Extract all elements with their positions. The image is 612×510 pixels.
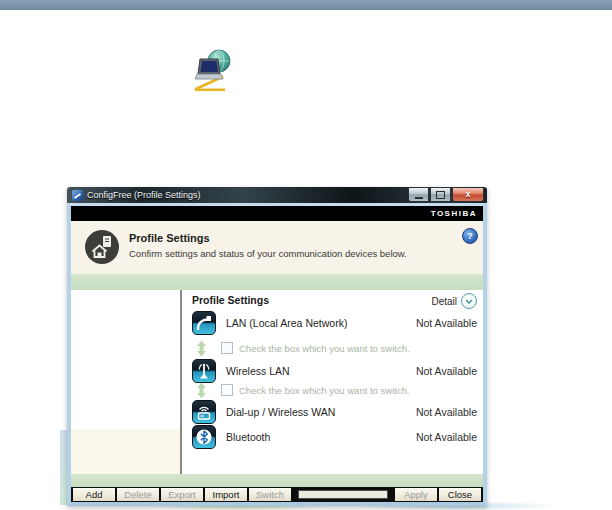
add-button[interactable]: Add xyxy=(73,488,115,501)
switch-checkbox-lan[interactable] xyxy=(221,342,233,354)
profile-settings-panel: Profile Settings Detail LAN (Local Area … xyxy=(182,290,483,474)
left-pane xyxy=(71,290,180,474)
device-label-wireless-lan: Wireless LAN xyxy=(226,365,290,377)
page-header: Profile Settings Confirm settings and st… xyxy=(71,221,483,275)
vertical-double-arrow-icon xyxy=(196,340,207,357)
wireless-lan-icon xyxy=(192,359,216,383)
minimize-button[interactable] xyxy=(408,188,429,202)
green-separator-top xyxy=(71,274,483,290)
switch-row-lan: Check the box which you want to switch. xyxy=(196,339,476,357)
green-separator-bottom xyxy=(71,474,483,487)
maximize-button[interactable] xyxy=(430,188,451,202)
header-title: Profile Settings xyxy=(129,232,210,244)
window-frame: TOSHIBA Profile Settings Confirm setting… xyxy=(67,203,487,506)
header-subtitle: Confirm settings and status of your comm… xyxy=(129,248,407,259)
device-label-bluetooth: Bluetooth xyxy=(226,431,270,443)
export-button[interactable]: Export xyxy=(161,488,203,501)
configfree-window: ConfigFree (Profile Settings) x TOSHIBA xyxy=(67,187,487,506)
minimize-dash-icon xyxy=(415,197,423,199)
switch-button[interactable]: Switch xyxy=(249,488,291,501)
switch-row-wireless-lan: Check the box which you want to switch. xyxy=(196,381,476,399)
toshiba-logo: TOSHIBA xyxy=(431,209,477,218)
switch-hint-text: Check the box which you want to switch. xyxy=(239,343,410,354)
footer-status-strip xyxy=(298,490,388,499)
bluetooth-icon xyxy=(192,425,216,449)
window-title: ConfigFree (Profile Settings) xyxy=(87,190,201,200)
window-titlebar[interactable]: ConfigFree (Profile Settings) x xyxy=(67,187,487,203)
section-title: Profile Settings xyxy=(192,294,269,306)
detail-button[interactable]: Detail xyxy=(431,293,477,309)
device-status-wireless-lan: Not Available xyxy=(416,365,477,377)
delete-button[interactable]: Delete xyxy=(117,488,159,501)
footer-button-bar: Add Delete Export Import Switch Apply Cl… xyxy=(71,487,483,502)
device-status-bluetooth: Not Available xyxy=(416,431,477,443)
device-status-lan: Not Available xyxy=(416,317,477,329)
device-label-dialup-wwan: Dial-up / Wireless WAN xyxy=(226,406,335,418)
switch-checkbox-wireless-lan[interactable] xyxy=(221,384,233,396)
dialup-wwan-icon xyxy=(192,400,216,424)
switch-hint-text: Check the box which you want to switch. xyxy=(239,385,410,396)
close-button[interactable]: x xyxy=(452,188,484,202)
left-pane-beige xyxy=(71,429,180,474)
profile-settings-icon xyxy=(84,229,120,265)
device-status-dialup-wwan: Not Available xyxy=(416,406,477,418)
vertical-double-arrow-icon xyxy=(196,382,207,399)
chevron-down-icon xyxy=(461,293,477,309)
maximize-square-icon xyxy=(436,191,445,199)
apply-button[interactable]: Apply xyxy=(395,488,437,501)
brand-bar: TOSHIBA xyxy=(71,206,483,221)
close-window-button[interactable]: Close xyxy=(439,488,481,501)
lan-icon xyxy=(192,311,216,335)
configfree-app-icon[interactable] xyxy=(192,48,234,92)
help-button[interactable]: ? xyxy=(462,228,478,244)
desktop-top-strip xyxy=(0,0,612,10)
detail-label: Detail xyxy=(431,296,457,307)
configfree-mini-icon xyxy=(72,190,83,201)
main-area: Profile Settings Detail LAN (Local Area … xyxy=(71,290,483,474)
device-label-lan: LAN (Local Area Network) xyxy=(226,317,347,329)
close-x-icon: x xyxy=(465,190,470,199)
import-button[interactable]: Import xyxy=(205,488,247,501)
